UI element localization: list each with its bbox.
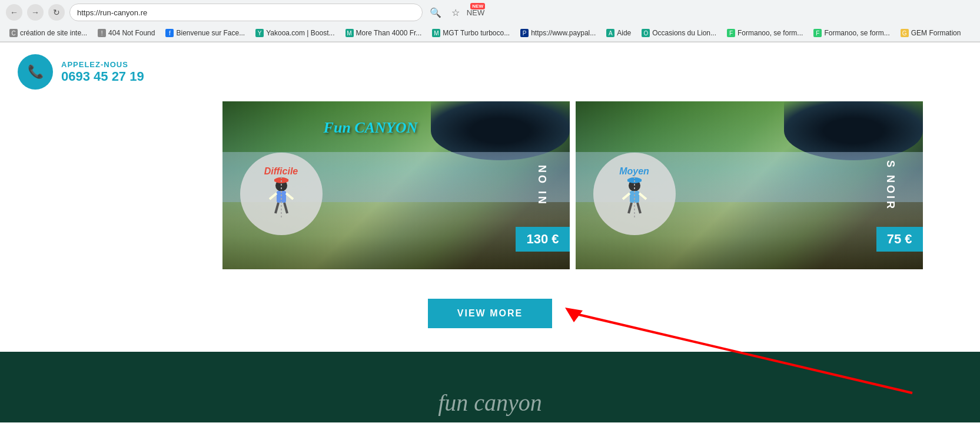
bookmark-favicon-4: M	[346, 29, 354, 37]
phone-info: APPELEZ-NOUS 0693 45 27 19	[61, 60, 144, 84]
new-badge: NEW	[470, 3, 485, 9]
bookmark-1[interactable]: ! 404 Not Found	[93, 27, 160, 39]
char-sticker-left	[261, 177, 302, 222]
svg-line-6	[275, 203, 278, 213]
character-svg-right	[614, 177, 655, 218]
difficulty-circle-right: Moyen	[593, 153, 676, 235]
bookmark-favicon-9: F	[727, 29, 735, 37]
bookmark-11[interactable]: G GEM Formation	[896, 27, 966, 39]
bookmark-favicon-10: F	[813, 29, 822, 37]
bookmark-label-5: MGT Turbo turboco...	[443, 29, 510, 37]
bookmark-label-3: Yakooa.com | Boost...	[266, 29, 334, 37]
svg-line-13	[623, 193, 630, 199]
svg-line-15	[629, 203, 632, 213]
bookmark-6[interactable]: P https://www.paypal...	[516, 27, 600, 39]
forward-button[interactable]: →	[27, 4, 44, 21]
svg-line-5	[286, 193, 293, 199]
card-title-handwritten-left: Fun CANYON	[324, 119, 418, 137]
browser-chrome: ← → ↻ https://run-canyon.re 🔍 ☆ NEW NEW …	[0, 0, 980, 42]
bookmark-favicon-1: !	[98, 29, 106, 37]
address-bar[interactable]: https://run-canyon.re	[69, 4, 423, 21]
phone-widget: 📞 APPELEZ-NOUS 0693 45 27 19	[18, 54, 144, 90]
bookmark-favicon-8: O	[642, 29, 650, 37]
bookmark-favicon-6: P	[520, 29, 529, 37]
footer-logo: fun canyon	[438, 389, 542, 417]
bookmark-label-1: 404 Not Found	[108, 29, 155, 37]
card-vertical-title-right: S NOIR	[884, 160, 896, 210]
toolbar-icons: 🔍 ☆ NEW NEW	[427, 4, 484, 21]
bookmark-favicon-0: C	[9, 29, 18, 37]
canyon-card-right[interactable]: S NOIR Moyen	[576, 101, 923, 269]
cards-section: Fun CANYON NO IN Difficile	[165, 101, 980, 269]
price-badge-right: 75 €	[876, 227, 923, 252]
phone-icon-circle: 📞	[18, 54, 53, 90]
bookmark-4[interactable]: M More Than 4000 Fr...	[341, 27, 427, 39]
page-content: 📞 APPELEZ-NOUS 0693 45 27 19 Fun CANYON …	[0, 42, 980, 422]
bookmark-label-6: https://www.paypal...	[531, 29, 596, 37]
svg-marker-19	[565, 308, 583, 322]
bookmark-label-2: Bienvenue sur Face...	[176, 29, 245, 37]
phone-icon: 📞	[28, 64, 44, 80]
bookmark-label-0: création de site inte...	[20, 29, 87, 37]
character-svg-left	[261, 177, 302, 218]
search-icon-btn[interactable]: 🔍	[427, 4, 444, 21]
card-vertical-title-left: NO IN	[536, 164, 548, 206]
bookmark-favicon-3: Y	[255, 29, 264, 37]
bookmark-0[interactable]: C création de site inte...	[5, 27, 92, 39]
top-bar: 📞 APPELEZ-NOUS 0693 45 27 19	[0, 42, 980, 101]
bookmark-label-9: Formanoo, se form...	[738, 29, 803, 37]
bookmarks-bar: C création de site inte... ! 404 Not Fou…	[0, 25, 980, 42]
footer-section: fun canyon	[0, 352, 980, 422]
price-badge-left: 130 €	[516, 227, 569, 252]
bookmark-favicon-11: G	[901, 29, 909, 37]
bookmark-2[interactable]: f Bienvenue sur Face...	[161, 27, 250, 39]
bookmark-7[interactable]: A Aide	[602, 27, 636, 39]
bookmark-label-11: GEM Formation	[911, 29, 961, 37]
phone-number: 0693 45 27 19	[61, 69, 144, 84]
bookmark-8[interactable]: O Occasions du Lion...	[637, 27, 721, 39]
difficulty-label-left: Difficile	[264, 166, 298, 177]
bookmark-favicon-7: A	[606, 29, 614, 37]
svg-line-7	[284, 203, 287, 213]
bookmark-label-8: Occasions du Lion...	[652, 29, 716, 37]
svg-line-4	[270, 193, 277, 199]
canyon-card-left[interactable]: Fun CANYON NO IN Difficile	[222, 101, 570, 269]
extensions-icon-btn[interactable]: NEW NEW	[467, 4, 484, 21]
view-more-section: VIEW MORE	[0, 287, 980, 352]
refresh-button[interactable]: ↻	[48, 4, 65, 21]
url-text: https://run-canyon.re	[77, 8, 147, 17]
back-button[interactable]: ←	[6, 4, 22, 21]
bookmark-label-7: Aide	[617, 29, 631, 37]
bookmark-icon-btn[interactable]: ☆	[447, 4, 464, 21]
char-sticker-right	[614, 177, 655, 222]
bookmark-favicon-2: f	[165, 29, 174, 37]
svg-line-14	[639, 193, 646, 199]
bookmark-5[interactable]: M MGT Turbo turboco...	[427, 27, 514, 39]
bookmark-3[interactable]: Y Yakooa.com | Boost...	[251, 27, 339, 39]
browser-toolbar: ← → ↻ https://run-canyon.re 🔍 ☆ NEW NEW	[0, 0, 980, 25]
bookmark-favicon-5: M	[432, 29, 440, 37]
appelez-label: APPELEZ-NOUS	[61, 60, 144, 69]
bookmark-label-10: Formanoo, se form...	[824, 29, 889, 37]
bookmark-10[interactable]: F Formanoo, se form...	[809, 27, 894, 39]
view-more-button[interactable]: VIEW MORE	[428, 299, 552, 328]
difficulty-circle-left: Difficile	[240, 153, 323, 235]
bookmark-label-4: More Than 4000 Fr...	[356, 29, 422, 37]
bookmark-9[interactable]: F Formanoo, se form...	[722, 27, 808, 39]
difficulty-label-right: Moyen	[619, 166, 649, 177]
svg-line-16	[637, 203, 640, 213]
